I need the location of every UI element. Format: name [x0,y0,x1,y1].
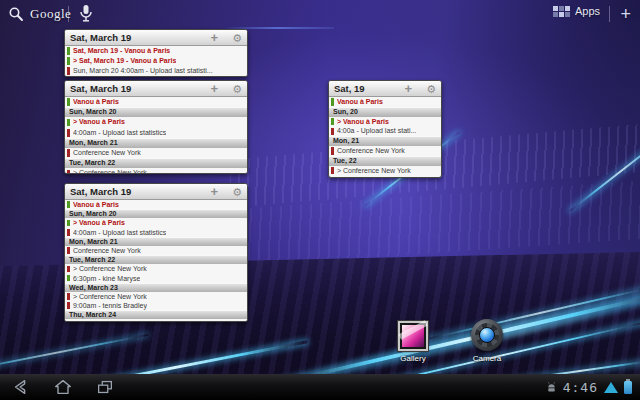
event-row[interactable]: 4:00am - Upload last statistics [65,228,247,237]
event-color-bar [331,98,334,105]
event-row[interactable]: > Vanou à Paris [329,117,441,127]
event-color-bar [67,129,70,137]
widget-header: Sat, March 19+⚙ [65,81,247,97]
camera-shortcut[interactable]: Camera [463,319,511,363]
apps-label: Apps [575,5,600,17]
event-row[interactable]: Vanou à Paris [329,97,441,107]
widget-body: Vanou à ParisSun, March 20> Vanou à Pari… [65,97,247,174]
day-separator: Mon, March 21 [65,237,247,246]
event-text: 4:00a - Upload last stati... [337,126,416,136]
home-screen: Google Apps + Sat, March 19+⚙Sat, March … [0,0,640,400]
event-row[interactable]: > Conference New York [65,168,247,174]
event-text: > Vanou à Paris [73,218,125,227]
event-row[interactable]: Conference New York [65,246,247,255]
search-icon [8,6,24,22]
back-arrow-icon [10,377,32,397]
add-event-icon[interactable]: + [211,31,219,45]
day-separator: Tue, March 22 [65,158,247,168]
event-row[interactable]: Conference New York [65,148,247,158]
calendar-widget[interactable]: Sat, March 19+⚙Sat, March 19 - Vanou à P… [64,29,248,77]
apps-grid-icon [553,6,570,17]
event-color-bar [67,57,70,65]
settings-gear-icon[interactable]: ⚙ [426,82,436,96]
wifi-signal-icon [604,382,618,393]
event-row[interactable]: 4:00am - Upload last statistics [65,128,247,138]
event-row[interactable]: Marie's birthday [65,319,247,322]
add-event-icon[interactable]: + [211,185,219,199]
google-search-widget[interactable]: Google [8,3,71,25]
add-event-icon[interactable]: + [211,82,219,96]
event-color-bar [67,201,70,208]
widget-header: Sat, March 19+⚙ [65,30,247,46]
settings-gear-icon[interactable]: ⚙ [232,82,242,96]
event-text: Vanou à Paris [73,97,119,107]
status-tray[interactable]: 4:46 [546,374,632,400]
gallery-shortcut[interactable]: Gallery [391,321,435,363]
event-text: > Conference New York [73,168,147,174]
event-row[interactable]: Vanou à Paris [65,97,247,107]
event-text: > Sat, March 19 - Vanou à Paris [73,56,176,66]
event-color-bar [67,47,70,55]
event-text: > Vanou à Paris [337,117,389,127]
calendar-widget[interactable]: Sat, March 19+⚙Vanou à ParisSun, March 2… [64,80,248,174]
home-button[interactable] [52,377,74,397]
event-color-bar [67,321,70,322]
event-row[interactable]: > Vanou à Paris [65,117,247,127]
event-row[interactable]: 9:00am - tennis Bradley [65,301,247,310]
google-logo-text: Google [30,6,71,22]
event-text: > Vanou à Paris [73,117,125,127]
system-bar: 4:46 [0,374,640,400]
event-row[interactable]: Sun, March 20 4:00am - Upload last stati… [65,66,247,76]
event-text: > Conference New York [73,292,147,301]
add-event-icon[interactable]: + [405,82,413,96]
event-text: 4:00am - Upload last statistics [73,128,166,138]
voice-search-button[interactable] [78,4,94,24]
recent-apps-button[interactable] [94,377,116,397]
day-separator: Thu, March 24 [65,310,247,319]
event-color-bar [67,275,70,282]
widget-header: Sat, 19+⚙ [329,81,441,97]
widget-title: Sat, 19 [334,83,365,94]
event-color-bar [67,67,70,75]
calendar-widget[interactable]: Sat, March 19+⚙Vanou à ParisSun, March 2… [64,183,248,322]
day-separator: Mon, March 21 [65,138,247,148]
day-separator: Sun, March 20 [65,107,247,117]
event-row[interactable]: > Vanou à Paris [65,218,247,227]
widget-header: Sat, March 19+⚙ [65,184,247,200]
event-row[interactable]: > Conference New York [65,292,247,301]
top-bar-divider [68,6,69,22]
event-color-bar [67,302,70,309]
event-row[interactable]: 6:30pm - kiné Maryse [65,274,247,283]
back-button[interactable] [10,377,32,397]
event-text: Marie's birthday [73,319,126,322]
event-row[interactable]: Vanou à Paris [65,200,247,209]
add-widget-button[interactable]: + [620,2,631,26]
event-color-bar [67,229,70,236]
calendar-widget[interactable]: Sat, 19+⚙Vanou à ParisSun, 20> Vanou à P… [328,80,442,178]
event-row[interactable]: > Conference New York [65,264,247,273]
event-row[interactable]: > Conference New York [329,166,441,176]
event-color-bar [67,119,70,127]
widget-title: Sat, March 19 [70,186,131,197]
settings-gear-icon[interactable]: ⚙ [232,31,242,45]
settings-gear-icon[interactable]: ⚙ [232,185,242,199]
event-text: Vanou à Paris [73,200,119,209]
battery-icon [624,381,632,394]
event-color-bar [331,147,334,154]
event-text: Conference New York [73,148,141,158]
event-row[interactable]: > Sat, March 19 - Vanou à Paris [65,56,247,66]
apps-button[interactable]: Apps [553,5,600,17]
android-robot-icon [546,381,557,393]
shortcut-label: Camera [473,354,501,363]
event-row[interactable]: 4:00a - Upload last stati... [329,126,441,136]
event-color-bar [67,98,70,106]
event-text: Conference New York [73,246,141,255]
event-row[interactable]: Conference New York [329,146,441,156]
clock: 4:46 [563,380,598,395]
event-row[interactable]: Sat, March 19 - Vanou à Paris [65,46,247,56]
recent-apps-icon [94,377,116,397]
event-text: Conference New York [337,146,405,156]
microphone-icon [78,4,94,24]
camera-icon [471,319,503,351]
day-separator: Tue, 22 [329,156,441,166]
